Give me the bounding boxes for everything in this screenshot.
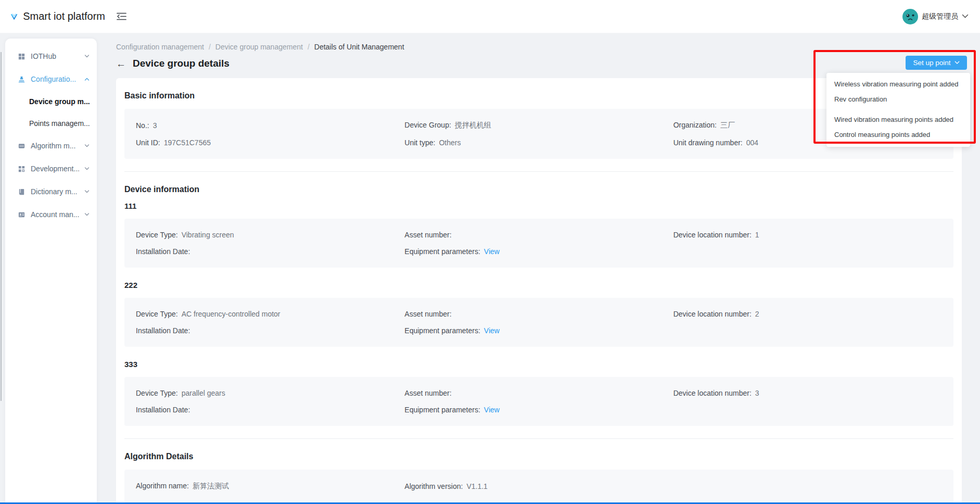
device-information-heading: Device information bbox=[124, 184, 953, 195]
field-asset-number: Asset number: bbox=[404, 310, 673, 318]
sidebar-item-points-management[interactable]: Points managem... bbox=[5, 112, 97, 134]
sidebar-item-device-group-management[interactable]: Device group m... bbox=[5, 91, 97, 112]
user-avatar bbox=[902, 9, 918, 24]
breadcrumb-item-device-group-management[interactable]: Device group management bbox=[215, 43, 303, 51]
breadcrumb-item-current: Details of Unit Management bbox=[314, 43, 404, 51]
field-device-location-number: Device location number:2 bbox=[673, 310, 942, 318]
section-divider bbox=[124, 171, 953, 172]
field-device-type: Device Type:Vibrating screen bbox=[136, 231, 404, 239]
sidebar-item-account[interactable]: Account man... bbox=[5, 203, 97, 226]
chevron-down-icon bbox=[84, 167, 90, 171]
page-title-row: ← Device group details bbox=[116, 58, 962, 69]
field-device-location-number: Device location number:1 bbox=[673, 231, 942, 239]
field-device-type: Device Type:parallel gears bbox=[136, 389, 404, 397]
page-title: Device group details bbox=[133, 58, 230, 69]
field-no: No.:3 bbox=[136, 121, 404, 130]
sidebar-collapse-icon[interactable] bbox=[114, 10, 129, 22]
chevron-down-icon bbox=[84, 54, 90, 58]
chevron-down-icon bbox=[84, 212, 90, 217]
info-row: Device Type:AC frequency-controlled moto… bbox=[136, 306, 942, 322]
set-up-point-dropdown: Wireless vibration measuring point added… bbox=[826, 73, 970, 147]
field-unit-id: Unit ID:197C51C7565 bbox=[136, 138, 404, 147]
breadcrumb: Configuration management/Device group ma… bbox=[116, 43, 962, 51]
caret-down-icon bbox=[954, 61, 960, 65]
sidebar-item-label: Dictionary m... bbox=[31, 187, 79, 196]
breadcrumb-item-configuration-management[interactable]: Configuration management bbox=[116, 43, 204, 51]
dictionary-icon bbox=[18, 188, 26, 196]
configuration-icon bbox=[18, 75, 26, 83]
device-panel: Device Type:parallel gears Asset number:… bbox=[124, 377, 953, 426]
menu-item-wireless-vibration[interactable]: Wireless vibration measuring point added bbox=[826, 77, 970, 92]
grid-icon bbox=[18, 53, 26, 60]
sidebar-item-label: IOTHub bbox=[31, 52, 79, 60]
sidebar: IOTHub Configuratio... Device group m...… bbox=[5, 39, 97, 504]
field-equipment-parameters: Equipment parameters:View bbox=[404, 406, 673, 414]
sidebar-item-label: Development... bbox=[31, 165, 79, 173]
field-device-group: Device Group:搅拌机机组 bbox=[404, 121, 673, 130]
section-divider bbox=[124, 438, 953, 439]
field-algorithm-name: Algorithm name:新算法测试 bbox=[136, 482, 404, 491]
sidebar-item-label: Algorithm m... bbox=[31, 142, 79, 150]
breadcrumb-separator: / bbox=[308, 43, 310, 51]
sidebar-item-label: Account man... bbox=[31, 210, 79, 219]
back-button[interactable]: ← bbox=[116, 59, 126, 69]
chevron-down-icon bbox=[84, 144, 90, 148]
top-header: Smart iot platform 超级管理员 bbox=[0, 0, 980, 33]
app-logo-icon bbox=[10, 8, 18, 26]
info-row: Installation Date: Equipment parameters:… bbox=[136, 243, 942, 260]
sidebar-item-algorithm[interactable]: Algorithm m... bbox=[5, 134, 97, 157]
field-asset-number: Asset number: bbox=[404, 389, 673, 397]
field-device-location-number: Device location number:3 bbox=[673, 389, 942, 397]
sidebar-item-iothub[interactable]: IOTHub bbox=[5, 45, 97, 68]
field-equipment-parameters: Equipment parameters:View bbox=[404, 326, 673, 335]
view-link[interactable]: View bbox=[484, 406, 500, 414]
app-title: Smart iot platform bbox=[23, 10, 105, 22]
menu-item-control-measuring[interactable]: Control measuring points added bbox=[826, 127, 970, 142]
sidebar-item-development[interactable]: Development... bbox=[5, 157, 97, 180]
field-installation-date: Installation Date: bbox=[136, 247, 404, 256]
device-name: 222 bbox=[124, 280, 953, 290]
menu-item-rev-configuration[interactable]: Rev configuration bbox=[826, 92, 970, 107]
view-link[interactable]: View bbox=[484, 247, 500, 256]
algorithm-icon bbox=[18, 142, 26, 150]
device-panel: Device Type:AC frequency-controlled moto… bbox=[124, 298, 953, 347]
algorithm-panel: Algorithm name:新算法测试 Algorithm version:V… bbox=[124, 470, 953, 503]
info-row: Installation Date: Equipment parameters:… bbox=[136, 401, 942, 418]
sidebar-item-label: Configuratio... bbox=[31, 75, 79, 83]
field-algorithm-version: Algorithm version:V1.1.1 bbox=[404, 482, 673, 490]
field-equipment-parameters: Equipment parameters:View bbox=[404, 247, 673, 256]
field-installation-date: Installation Date: bbox=[136, 406, 404, 414]
sidebar-item-dictionary[interactable]: Dictionary m... bbox=[5, 180, 97, 203]
chevron-up-icon bbox=[84, 77, 90, 81]
info-row: Algorithm name:新算法测试 Algorithm version:V… bbox=[136, 477, 942, 495]
field-asset-number: Asset number: bbox=[404, 231, 673, 239]
chevron-down-icon bbox=[962, 14, 969, 19]
chevron-down-icon bbox=[84, 190, 90, 194]
scrollbar[interactable] bbox=[1, 52, 2, 401]
development-icon bbox=[18, 165, 26, 173]
menu-item-wired-vibration[interactable]: Wired vibration measuring points added bbox=[826, 112, 970, 127]
info-row: Device Type:parallel gears Asset number:… bbox=[136, 385, 942, 401]
info-row: Device Type:Vibrating screen Asset numbe… bbox=[136, 226, 942, 243]
set-up-point-button[interactable]: Set up point bbox=[906, 56, 967, 70]
info-row: Installation Date: Equipment parameters:… bbox=[136, 322, 942, 339]
info-row: No.:3 Device Group:搅拌机机组 Organization:三厂 bbox=[136, 117, 942, 134]
info-row: Unit ID:197C51C7565 Unit type:Others Uni… bbox=[136, 134, 942, 151]
device-name: 333 bbox=[124, 359, 953, 369]
device-panel: Device Type:Vibrating screen Asset numbe… bbox=[124, 219, 953, 268]
field-installation-date: Installation Date: bbox=[136, 326, 404, 335]
algorithm-details-heading: Algorithm Details bbox=[124, 451, 953, 462]
field-device-type: Device Type:AC frequency-controlled moto… bbox=[136, 310, 404, 318]
device-name: 111 bbox=[124, 201, 953, 211]
brand: Smart iot platform bbox=[0, 8, 105, 26]
account-icon bbox=[18, 211, 26, 219]
field-unit-type: Unit type:Others bbox=[404, 138, 673, 147]
user-name: 超级管理员 bbox=[922, 12, 958, 21]
breadcrumb-separator: / bbox=[209, 43, 211, 51]
view-link[interactable]: View bbox=[484, 326, 500, 335]
sidebar-item-configuration[interactable]: Configuratio... bbox=[5, 68, 97, 91]
user-menu[interactable]: 超级管理员 bbox=[902, 9, 969, 24]
